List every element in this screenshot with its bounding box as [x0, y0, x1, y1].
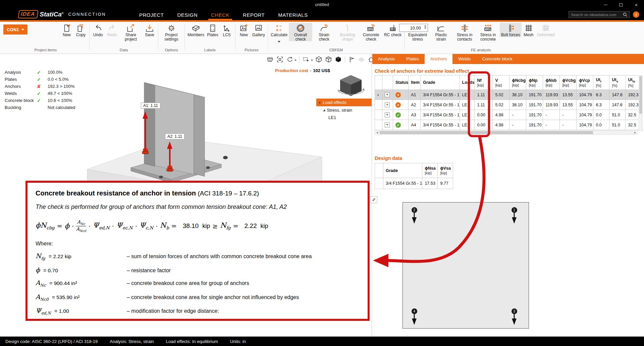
table-cell: - [509, 120, 526, 130]
close-button[interactable]: × [629, 0, 644, 9]
expand-row-button[interactable]: + [385, 122, 390, 127]
undo-button[interactable]: Undo [91, 23, 105, 37]
results-tabs: AnalysisPlatesAnchorsWeldsConcrete block [372, 54, 644, 64]
stress-in-concrete-button[interactable]: Stress in concrete [476, 23, 500, 41]
table-cell: 13.55 [560, 90, 577, 100]
pane-resize-handle[interactable] [370, 196, 377, 203]
cube-solid-icon [335, 56, 342, 63]
clipping-button[interactable] [348, 56, 356, 63]
menu-materials[interactable]: MATERIALS [277, 9, 308, 20]
zoom-window-button[interactable] [302, 56, 310, 63]
fit-button[interactable] [276, 56, 284, 63]
scrollbar-thumb[interactable] [639, 76, 642, 114]
column-header-vcp: ϕVcp[kip] [577, 75, 593, 90]
anchor-number: 1 [512, 207, 517, 213]
info-button[interactable]: i [633, 11, 639, 18]
menu-design[interactable]: DESIGN [177, 9, 199, 20]
share-project-button[interactable]: Share project [119, 23, 143, 41]
panel-divider[interactable] [372, 54, 372, 337]
strain-check-button[interactable]: %Strain check [312, 23, 336, 41]
expand-row-button[interactable]: + [385, 102, 390, 107]
new-button[interactable]: New [237, 23, 251, 37]
equation-operator: = [57, 222, 62, 230]
stress-in-contacts-button[interactable]: Stress in contacts [453, 23, 476, 41]
status-pass-icon: ✓ [395, 122, 401, 128]
table-hscrollbar[interactable]: ◂ ▸ [375, 130, 638, 135]
column-header-nsb: ϕNsb[kip] [543, 75, 560, 90]
gallery-button[interactable]: Gallery [251, 23, 266, 37]
scroll-right-icon[interactable]: ▸ [633, 131, 637, 134]
mesh-button[interactable]: Mesh [522, 23, 536, 37]
project-settings-button[interactable]: </>Project settings [160, 23, 183, 41]
calculate-button[interactable]: +−×÷Calculate [269, 23, 289, 44]
equation-variable: Nfg [220, 221, 231, 230]
save-button[interactable]: Save [143, 23, 157, 37]
column-header-utt: Utt[%] [593, 75, 609, 90]
bolt-forces-button[interactable]: Bolt forces [500, 23, 522, 37]
table-cell: 119.93 [543, 90, 560, 100]
design-data-table: GradeϕNsa[kip]ϕVsa[kip]3/4 F1554 Gr.55 -… [375, 163, 453, 189]
copy-button[interactable]: Copy [74, 23, 88, 37]
table-row-a3[interactable]: +✓A33/4 F1554 Gr.55 - 1LE10.004.98-191.7… [375, 110, 642, 120]
tab-anchors[interactable]: Anchors [425, 54, 453, 64]
plan-anchor-4: 4 [410, 308, 418, 326]
status-fail-icon: × [395, 102, 401, 108]
settings-icon: </> [167, 23, 176, 33]
design-data-row[interactable]: 3/4 F1554 Gr.55 - 117.539.77 [375, 178, 453, 189]
plates-button[interactable]: Plates [206, 23, 220, 37]
menu-check[interactable]: CHECK [210, 9, 230, 20]
where-row: Nfg = 2.22 kip– sum of tension forces of… [36, 252, 360, 261]
expand-row-button[interactable]: + [385, 112, 390, 117]
mirror-icon [358, 56, 365, 63]
chevron-down-icon[interactable] [294, 56, 297, 62]
cube-wire-button[interactable] [315, 56, 323, 63]
tab-concrete-block[interactable]: Concrete block [477, 54, 518, 64]
where-row: ANc0 = 535.90 in²– concrete breakout con… [36, 293, 360, 302]
tab-analysis[interactable]: Analysis [372, 54, 400, 64]
maximize-button[interactable] [613, 0, 629, 9]
menu-report[interactable]: REPORT [242, 9, 265, 20]
plastic-strain-button[interactable]: Plastic strain [429, 23, 453, 41]
statusbar: Design code: AISC 360-22 (LRFD) / ACI 31… [0, 337, 644, 346]
cube-hidden-button[interactable] [325, 56, 332, 63]
column-header-uts: Uts[%] [609, 75, 626, 90]
contacts-icon [460, 23, 469, 33]
cube-solid-button[interactable] [334, 56, 342, 63]
status-pass-icon: ✓ [37, 70, 48, 75]
table-row-a2[interactable]: +×A23/4 F1554 Gr.55 - 1LE11.115.0238.101… [375, 100, 642, 110]
menu-project[interactable]: PROJECT [139, 9, 165, 20]
members-button[interactable]: Members [186, 23, 206, 37]
minimize-button[interactable] [598, 0, 613, 9]
section-button[interactable] [266, 56, 274, 63]
app-window: untitled × IDEA StatiCa® CONNECTION PROJ… [0, 0, 644, 346]
table-vscrollbar[interactable] [639, 75, 643, 131]
table-row-a4[interactable]: +✓A43/4 F1554 Gr.55 - 1LE10.004.98-191.7… [375, 120, 642, 130]
table-row-a1[interactable]: ›+×A13/4 F1554 Gr.55 - 1LE11.115.0238.10… [375, 90, 642, 100]
svg-text:%: % [325, 23, 328, 27]
spinner-arrows-icon[interactable] [424, 25, 426, 29]
where-row: Ψed,N = 1.00– modification factor for ed… [36, 307, 360, 315]
formula-code-reference: (ACI 318-19 – 17.6.2) [198, 190, 259, 197]
overall-check-button[interactable]: Overall check [289, 23, 312, 41]
rc-check-icon [388, 23, 397, 33]
scroll-left-icon[interactable]: ◂ [375, 131, 379, 134]
status-pass-icon: ✓ [37, 91, 48, 96]
expand-row-button[interactable]: + [385, 92, 390, 97]
tab-plates[interactable]: Plates [400, 54, 425, 64]
scale-spinner[interactable]: 10.00 [399, 24, 428, 32]
statica-logo: StatiCa® [40, 11, 63, 18]
concrete-check-button[interactable]: %Concrete check [359, 23, 383, 41]
navigation-cube[interactable] [335, 73, 366, 99]
rotate-button[interactable] [286, 56, 293, 63]
tab-welds[interactable]: Welds [452, 54, 476, 64]
scrollbar-thumb[interactable] [380, 131, 593, 134]
table-cell: - [543, 110, 560, 120]
new-button[interactable]: New [60, 23, 74, 37]
chevron-down-icon[interactable] [311, 56, 313, 62]
table-cell: 6.3 [593, 100, 609, 110]
connection-selector[interactable]: CON1 [3, 24, 28, 35]
status-fail-icon: × [395, 92, 401, 98]
search-input[interactable]: Search on ideastatica.com [569, 11, 630, 18]
lcs-button[interactable]: LCS [220, 23, 234, 37]
where-symbol: ANc = 900.44 in² [36, 279, 127, 288]
